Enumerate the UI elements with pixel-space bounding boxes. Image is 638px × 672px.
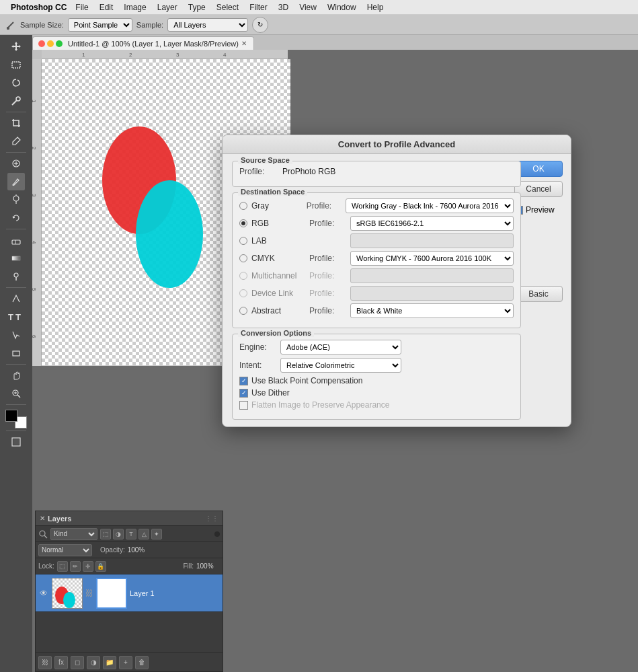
panel-title: Layers (48, 515, 71, 523)
abstract-radio[interactable] (239, 307, 247, 315)
panel-filter-controls: Kind ⬚ ◑ T △ ✦ (36, 526, 223, 542)
black-point-row: Use Black Point Compensation (239, 376, 514, 385)
filter-kind-select[interactable]: Kind (50, 528, 97, 540)
svg-line-35 (44, 535, 47, 538)
convert-to-profile-dialog[interactable]: Convert to Profile Advanced OK Cancel Pr… (222, 135, 571, 427)
menu-layer[interactable]: Layer (153, 3, 182, 12)
use-dither-checkbox[interactable] (239, 389, 248, 398)
intent-select[interactable]: Relative Colorimetric (280, 358, 401, 373)
delete-layer-button[interactable]: 🗑 (135, 656, 149, 669)
svg-line-19 (17, 395, 20, 398)
multichannel-radio[interactable] (239, 272, 247, 280)
menu-bar: Photoshop CC File Edit Image Layer Type … (0, 0, 638, 15)
pixel-filter-icon[interactable]: ⬚ (100, 529, 111, 539)
ok-button[interactable]: OK (514, 161, 563, 177)
screen-mode-toggle[interactable] (7, 433, 25, 451)
panel-close-button[interactable]: ✕ (40, 515, 45, 522)
clone-stamp-tool[interactable] (7, 191, 25, 209)
app-name: Photoshop CC (11, 3, 67, 12)
svg-rect-2 (12, 62, 20, 68)
abstract-profile-select[interactable]: Black & White (350, 303, 514, 318)
layer-row[interactable]: 👁 ⛓ Layer 1 (36, 574, 223, 612)
cancel-button[interactable]: Cancel (514, 181, 563, 197)
create-new-layer-button[interactable]: + (119, 656, 132, 669)
eraser-tool[interactable] (7, 231, 25, 249)
menu-select[interactable]: Select (212, 3, 243, 12)
crop-tool[interactable] (7, 114, 25, 132)
add-mask-button[interactable]: ◻ (71, 656, 84, 669)
menu-edit[interactable]: Edit (95, 3, 118, 12)
gray-profile-select[interactable]: Working Gray - Black Ink - 7600 Aurora 2… (346, 198, 514, 213)
dodge-tool[interactable] (7, 268, 25, 285)
panel-footer: ⛓ fx ◻ ◑ 📁 + 🗑 (36, 652, 223, 671)
add-layer-style-button[interactable]: fx (54, 656, 68, 669)
svg-text:5: 5 (32, 288, 37, 291)
black-point-checkbox[interactable] (239, 377, 248, 385)
move-tool[interactable] (7, 38, 25, 55)
history-brush-tool[interactable] (7, 209, 25, 227)
maximize-button[interactable] (56, 40, 63, 47)
tab-close-icon[interactable]: ✕ (241, 40, 247, 47)
sample-layers-select[interactable]: All Layers (167, 18, 248, 32)
pen-tool[interactable] (7, 290, 25, 307)
rgb-profile-select[interactable]: sRGB IEC61966-2.1 (350, 216, 514, 231)
lock-position-icon[interactable]: ✛ (83, 561, 93, 572)
minimize-button[interactable] (47, 40, 54, 47)
menu-3d[interactable]: 3D (274, 3, 293, 12)
type-filter-icon[interactable]: T (126, 529, 136, 539)
panel-grip-icon[interactable]: ⋮⋮ (205, 515, 218, 522)
shape-filter-icon[interactable]: △ (138, 529, 149, 539)
eyedropper-tool[interactable] (7, 133, 25, 150)
preview-check-row: Preview (514, 205, 563, 215)
create-group-button[interactable]: 📁 (103, 656, 116, 669)
menu-window[interactable]: Window (323, 3, 361, 12)
menu-help[interactable]: Help (362, 3, 389, 12)
gradient-tool[interactable] (7, 250, 25, 267)
blend-mode-select[interactable]: Normal (38, 544, 92, 556)
ruler-corner (32, 50, 42, 59)
spot-healing-tool[interactable] (7, 155, 25, 172)
document-tab[interactable]: Untitled-1 @ 100% (Layer 1, Layer Mask/8… (32, 36, 254, 50)
lock-transparent-pixels-icon[interactable]: ⬚ (57, 561, 68, 572)
cycle-button[interactable]: ↻ (252, 17, 268, 33)
svg-text:3: 3 (176, 52, 180, 58)
menu-view[interactable]: View (294, 3, 321, 12)
brush-tool[interactable] (7, 173, 25, 190)
filter-toggle-dot[interactable] (214, 531, 220, 537)
cmyk-radio[interactable] (239, 254, 247, 262)
lock-all-icon[interactable]: 🔒 (95, 561, 106, 572)
shape-tool[interactable] (7, 344, 25, 362)
device-link-radio[interactable] (239, 289, 247, 297)
fill-value: 100% (196, 562, 220, 570)
color-swatches[interactable] (5, 410, 27, 428)
close-button[interactable] (38, 40, 45, 47)
gray-radio[interactable] (239, 202, 247, 210)
cmyk-profile-select[interactable]: Working CMYK - 7600 Aurora 2016 100K (350, 251, 514, 266)
hand-tool[interactable] (7, 367, 25, 384)
layer-visibility-icon[interactable]: 👁 (38, 589, 49, 598)
lasso-tool[interactable] (7, 74, 25, 91)
sample-size-select[interactable]: Point Sample (68, 18, 132, 32)
foreground-color-swatch[interactable] (5, 410, 17, 422)
basic-button[interactable]: Basic (514, 286, 563, 302)
link-layers-button[interactable]: ⛓ (38, 656, 52, 669)
zoom-tool[interactable] (7, 385, 25, 402)
rgb-radio[interactable] (239, 219, 247, 227)
type-tool[interactable]: T T (7, 308, 25, 326)
menu-filter[interactable]: Filter (245, 3, 272, 12)
menu-type[interactable]: Type (184, 3, 210, 12)
lab-radio[interactable] (239, 237, 247, 245)
adjustment-filter-icon[interactable]: ◑ (113, 529, 124, 539)
engine-select[interactable]: Adobe (ACE) (280, 340, 401, 354)
layer-mask-link-icon[interactable]: ⛓ (85, 589, 93, 598)
rectangular-marquee-tool[interactable] (7, 56, 25, 73)
create-new-fill-button[interactable]: ◑ (87, 656, 100, 669)
lock-image-pixels-icon[interactable]: ✏ (70, 561, 81, 572)
smart-filter-icon[interactable]: ✦ (151, 529, 162, 539)
menu-file[interactable]: File (71, 3, 93, 12)
menu-image[interactable]: Image (119, 3, 151, 12)
svg-rect-17 (13, 351, 19, 356)
magic-wand-tool[interactable] (7, 92, 25, 110)
path-select-tool[interactable] (7, 326, 25, 344)
flatten-checkbox[interactable] (239, 401, 248, 410)
